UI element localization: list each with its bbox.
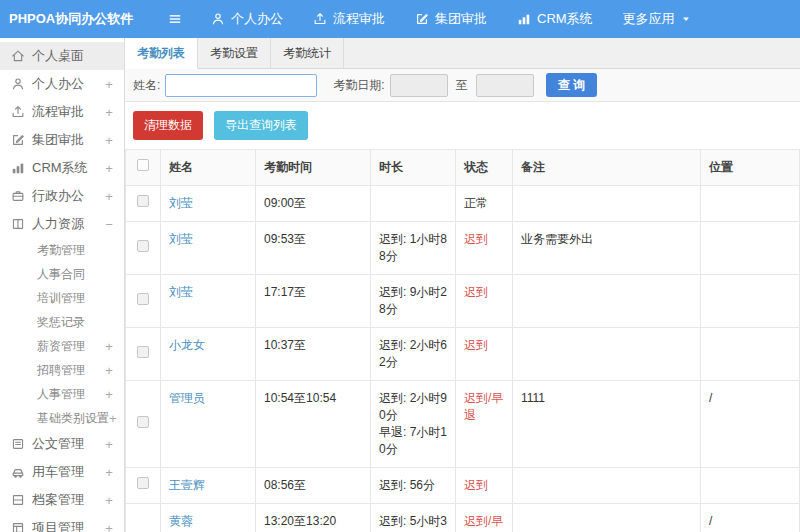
share-icon (313, 12, 327, 26)
top-menu-item[interactable]: 集团审批 (415, 10, 487, 28)
sidebar-subitem[interactable]: 考勤管理 (0, 238, 124, 262)
employee-name-link[interactable]: 管理员 (169, 391, 205, 405)
sidebar-item-label: 集团审批 (32, 131, 104, 149)
expand-toggle[interactable]: + (109, 411, 117, 426)
duration-line: 迟到: 1小时88分 (379, 231, 447, 265)
expand-toggle[interactable]: + (104, 161, 114, 176)
top-menu-item[interactable]: 更多应用 (623, 10, 691, 28)
employee-name-link[interactable]: 刘莹 (169, 196, 193, 210)
top-menu: 个人办公流程审批集团审批CRM系统更多应用 (211, 10, 691, 28)
name-input[interactable] (165, 74, 317, 97)
expand-toggle[interactable]: + (104, 465, 114, 480)
duration-line: 迟到: 9小时28分 (379, 284, 447, 318)
expand-toggle[interactable]: + (104, 77, 114, 92)
chart-icon (517, 12, 531, 26)
tab-attendance-stats[interactable]: 考勤统计 (271, 38, 344, 68)
select-all-checkbox[interactable] (137, 159, 149, 171)
sidebar-item-label: 人力资源 (32, 215, 104, 233)
attendance-table-wrap: 姓名考勤时间时长状态备注位置 刘莹09:00至正常刘莹09:53至迟到: 1小时… (125, 149, 800, 532)
expand-toggle[interactable]: + (104, 339, 114, 354)
user-icon (211, 12, 225, 26)
expand-toggle[interactable]: + (104, 387, 114, 402)
tab-attendance-settings[interactable]: 考勤设置 (198, 38, 271, 68)
table-row: 刘莹09:00至正常 (126, 186, 800, 222)
status-badge: 迟到 (464, 478, 488, 492)
app-logo: PHPOA协同办公软件 (0, 10, 125, 28)
sidebar-subitem-label: 培训管理 (37, 290, 104, 307)
app-window: PHPOA协同办公软件 个人办公流程审批集团审批CRM系统更多应用 个人桌面个人… (0, 0, 800, 532)
row-checkbox[interactable] (137, 240, 149, 252)
row-checkbox[interactable] (137, 416, 149, 428)
duration-cell: 迟到: 56分 (371, 468, 456, 504)
top-menu-label: CRM系统 (537, 10, 593, 28)
sidebar-item[interactable]: 集团审批+ (0, 126, 124, 154)
top-menu-item[interactable]: CRM系统 (517, 10, 593, 28)
note-cell (513, 504, 701, 532)
row-checkbox[interactable] (137, 477, 149, 489)
expand-toggle[interactable]: + (104, 105, 114, 120)
expand-toggle[interactable]: − (104, 217, 114, 232)
top-menu-item[interactable]: 个人办公 (211, 10, 283, 28)
expand-toggle[interactable]: + (104, 521, 114, 532)
top-menu-label: 个人办公 (231, 10, 283, 28)
column-header: 考勤时间 (256, 150, 371, 186)
name-cell: 刘莹 (161, 275, 256, 328)
sidebar-subitem[interactable]: 人事合同 (0, 262, 124, 286)
duration-cell: 迟到: 9小时28分 (371, 275, 456, 328)
expand-toggle[interactable]: + (104, 493, 114, 508)
row-checkbox-cell (126, 275, 161, 328)
column-header: 姓名 (161, 150, 256, 186)
to-label: 至 (456, 77, 468, 94)
employee-name-link[interactable]: 刘莹 (169, 285, 193, 299)
sidebar-subitem[interactable]: 薪资管理+ (0, 334, 124, 358)
expand-toggle[interactable]: + (104, 189, 114, 204)
sidebar-item[interactable]: 人力资源− (0, 210, 124, 238)
sidebar-item[interactable]: CRM系统+ (0, 154, 124, 182)
hamburger-icon (167, 12, 183, 26)
sidebar-item[interactable]: 公文管理+ (0, 430, 124, 458)
row-checkbox[interactable] (137, 293, 149, 305)
row-checkbox[interactable] (137, 195, 149, 207)
expand-toggle[interactable]: + (104, 363, 114, 378)
hamburger-menu-icon[interactable] (167, 12, 183, 26)
sidebar-item[interactable]: 项目管理+ (0, 514, 124, 532)
sidebar-subitem[interactable]: 招聘管理+ (0, 358, 124, 382)
expand-toggle[interactable]: + (104, 437, 114, 452)
attendance-table: 姓名考勤时间时长状态备注位置 刘莹09:00至正常刘莹09:53至迟到: 1小时… (125, 149, 800, 532)
sidebar-subitem[interactable]: 基础类别设置+ (0, 406, 124, 430)
sidebar-item[interactable]: 流程审批+ (0, 98, 124, 126)
sidebar-subitem[interactable]: 培训管理 (0, 286, 124, 310)
employee-name-link[interactable]: 刘莹 (169, 232, 193, 246)
employee-name-link[interactable]: 黄蓉 (169, 514, 193, 528)
name-cell: 管理员 (161, 381, 256, 468)
sidebar-item[interactable]: 用车管理+ (0, 458, 124, 486)
top-menu-item[interactable]: 流程审批 (313, 10, 385, 28)
date-start-input[interactable] (390, 74, 448, 97)
search-button[interactable]: 查 询 (546, 73, 597, 97)
sidebar-item[interactable]: 个人桌面 (0, 42, 124, 70)
tab-attendance-list[interactable]: 考勤列表 (125, 38, 198, 69)
clean-data-button[interactable]: 清理数据 (133, 111, 203, 140)
sidebar-subitem-label: 薪资管理 (37, 338, 104, 355)
expand-toggle[interactable]: + (104, 133, 114, 148)
date-end-input[interactable] (476, 74, 534, 97)
tab-bar: 考勤列表考勤设置考勤统计 (125, 38, 800, 69)
export-list-button[interactable]: 导出查询列表 (214, 111, 308, 140)
status-cell: 迟到/早退 (456, 504, 513, 532)
employee-name-link[interactable]: 王壹辉 (169, 478, 205, 492)
sidebar-item[interactable]: 个人办公+ (0, 70, 124, 98)
time-cell: 17:17至 (256, 275, 371, 328)
edit-icon (415, 12, 429, 26)
column-header: 时长 (371, 150, 456, 186)
sidebar-item[interactable]: 档案管理+ (0, 486, 124, 514)
table-row: 王壹辉08:56至迟到: 56分迟到 (126, 468, 800, 504)
time-cell: 10:37至 (256, 328, 371, 381)
sidebar-subitem[interactable]: 人事管理+ (0, 382, 124, 406)
status-cell: 正常 (456, 186, 513, 222)
table-row: 黄蓉13:20至13:20迟到: 5小时33分早退: 4小时67分迟到/早退/ (126, 504, 800, 532)
sidebar-item[interactable]: 行政办公+ (0, 182, 124, 210)
employee-name-link[interactable]: 小龙女 (169, 338, 205, 352)
sidebar-subitem[interactable]: 奖惩记录 (0, 310, 124, 334)
column-header: 位置 (701, 150, 800, 186)
row-checkbox[interactable] (137, 346, 149, 358)
